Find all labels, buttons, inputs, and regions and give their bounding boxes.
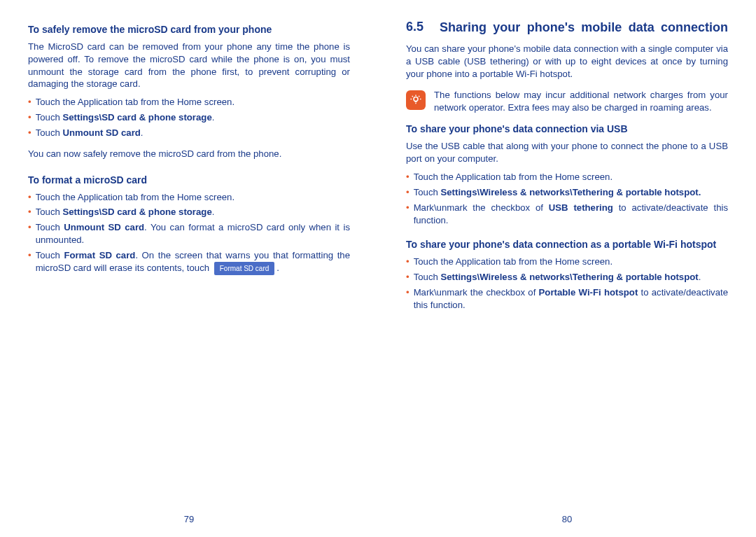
list-text: Mark\unmark the checkbox of USB tetherin… <box>414 202 728 227</box>
list-text: Touch Format SD card. On the screen that… <box>36 249 350 275</box>
bullet-icon: • <box>406 286 410 299</box>
paragraph: Use the USB cable that along with your p… <box>406 140 728 165</box>
bullet-icon: • <box>28 221 31 234</box>
bullet-icon: • <box>28 249 31 262</box>
heading-usb-share: To share your phone's data connection vi… <box>406 123 728 134</box>
list-text: Touch the Application tab from the Home … <box>36 96 350 109</box>
bullet-icon: • <box>406 171 410 183</box>
bullet-icon: • <box>406 271 410 284</box>
bullet-icon: • <box>406 186 410 199</box>
list-item: •Touch Format SD card. On the screen tha… <box>28 249 350 275</box>
list-text: Touch Unmount SD card. You can format a … <box>36 221 350 246</box>
paragraph: The MicroSD card can be removed from you… <box>28 41 350 90</box>
list-item: •Touch Settings\Wireless & networks\Teth… <box>406 271 728 284</box>
list-item: •Touch the Application tab from the Home… <box>28 96 350 109</box>
list-text: Touch the Application tab from the Home … <box>414 256 728 268</box>
list-item: •Mark\unmark the checkbox of Portable Wi… <box>406 286 728 312</box>
paragraph: You can share your phone's mobile data c… <box>406 43 728 80</box>
note-text: The functions below may incur additional… <box>434 89 728 114</box>
list-text: Touch Settings\SD card & phone storage. <box>36 111 350 124</box>
list-text: Touch Settings\Wireless & networks\Tethe… <box>414 186 728 199</box>
bullet-icon: • <box>406 256 410 268</box>
list-item: •Touch Unmount SD card. You can format a… <box>28 221 350 246</box>
list-text: Touch the Application tab from the Home … <box>414 171 728 183</box>
page-number: 79 <box>0 514 378 524</box>
heading-wifi-hotspot: To share your phone's data connection as… <box>406 239 728 250</box>
list-text: Touch Settings\Wireless & networks\Tethe… <box>414 271 728 284</box>
list-item: •Touch Settings\SD card & phone storage. <box>28 206 350 218</box>
format-sd-card-button[interactable]: Format SD card <box>214 262 275 276</box>
list-text: Touch the Application tab from the Home … <box>36 191 350 204</box>
bullet-icon: • <box>28 191 31 204</box>
bullet-list: •Touch the Application tab from the Home… <box>28 96 350 139</box>
bullet-icon: • <box>28 206 31 218</box>
list-item: •Touch the Application tab from the Home… <box>406 171 728 183</box>
paragraph: You can now safely remove the microSD ca… <box>28 148 350 160</box>
bullet-list: •Touch the Application tab from the Home… <box>406 256 728 311</box>
page-left: To safely remove the microSD card from y… <box>0 0 378 537</box>
list-text: Touch Settings\SD card & phone storage. <box>36 206 350 218</box>
list-item: •Touch Settings\Wireless & networks\Teth… <box>406 186 728 199</box>
list-item: •Touch Settings\SD card & phone storage. <box>28 111 350 124</box>
page-number: 80 <box>378 514 756 524</box>
note-box: The functions below may incur additional… <box>406 89 728 114</box>
section-title: Sharing your phone's mobile data connect… <box>440 20 728 36</box>
list-text: Touch Unmount SD card. <box>36 127 350 139</box>
section-header: 6.5 Sharing your phone's mobile data con… <box>406 20 728 36</box>
svg-point-0 <box>414 97 418 101</box>
bullet-list: •Touch the Application tab from the Home… <box>28 191 350 276</box>
bullet-icon: • <box>28 127 31 139</box>
heading-format-sd: To format a microSD card <box>28 174 350 186</box>
bullet-list: •Touch the Application tab from the Home… <box>406 171 728 226</box>
bullet-icon: • <box>28 111 31 124</box>
bullet-icon: • <box>28 96 31 109</box>
list-item: •Touch Unmount SD card. <box>28 127 350 139</box>
list-item: •Touch the Application tab from the Home… <box>28 191 350 204</box>
page-right: 6.5 Sharing your phone's mobile data con… <box>378 0 756 537</box>
tip-icon <box>406 90 426 110</box>
list-item: •Mark\unmark the checkbox of USB tetheri… <box>406 202 728 227</box>
list-item: •Touch the Application tab from the Home… <box>406 256 728 268</box>
section-number: 6.5 <box>406 20 440 34</box>
bullet-icon: • <box>406 202 410 214</box>
heading-remove-sd: To safely remove the microSD card from y… <box>28 24 350 35</box>
list-text: Mark\unmark the checkbox of Portable Wi-… <box>414 286 728 312</box>
